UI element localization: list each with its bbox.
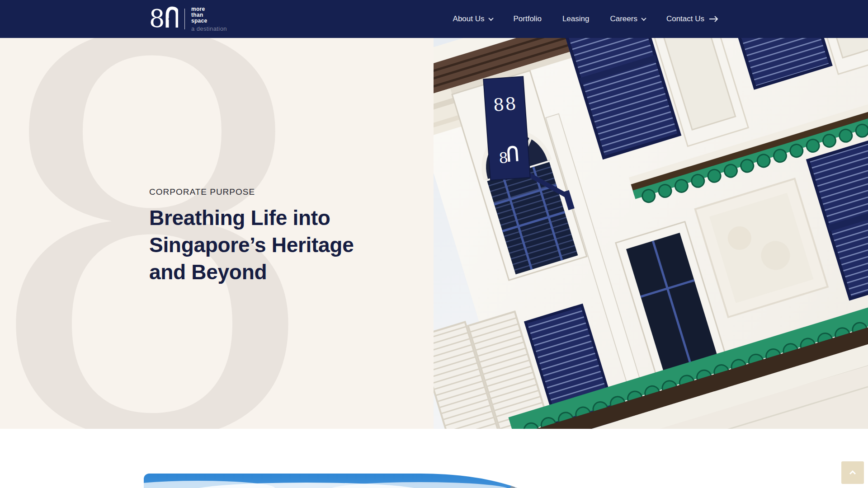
sky-photo-illustration	[144, 474, 547, 488]
building-sign-monogram: 8	[498, 149, 509, 167]
logo-subtitle: a destination	[191, 25, 227, 32]
chevron-up-icon	[849, 470, 856, 475]
logo-word: than	[191, 12, 227, 18]
nav-item-label: Contact Us	[666, 14, 704, 23]
chevron-down-icon	[641, 16, 646, 21]
hero-photo: 88 8	[434, 38, 868, 429]
chevron-down-icon	[488, 16, 493, 21]
hero-text-block: CORPORATE PURPOSE Breathing Life into Si…	[149, 187, 354, 286]
brand-88-monogram-icon: 8	[149, 6, 178, 32]
hero-left-panel: 8 CORPORATE PURPOSE Breathing Life into …	[0, 38, 434, 429]
hero-heading-line: and Beyond	[149, 258, 354, 286]
nav-item-leasing[interactable]: Leasing	[562, 14, 590, 23]
logo-wordmark: more than space a destination	[191, 6, 227, 32]
scroll-to-top-button[interactable]	[841, 461, 864, 484]
building-flag-sign: 88 8	[483, 76, 530, 180]
nav-item-label: Careers	[610, 14, 637, 23]
hero-heading-line: Breathing Life into	[149, 204, 354, 231]
nav-item-label: Portfolio	[514, 14, 542, 23]
main-nav: About Us Portfolio Leasing Careers Conta…	[453, 0, 719, 38]
navbar: 8 more than space a destination About Us…	[0, 0, 868, 38]
nav-item-portfolio[interactable]: Portfolio	[514, 14, 542, 23]
next-section-image	[144, 474, 547, 488]
nav-item-label: About Us	[453, 14, 485, 23]
next-section	[0, 429, 868, 488]
logo-word: more	[191, 6, 227, 12]
brand-logo[interactable]: 8 more than space a destination	[149, 0, 227, 38]
hero-heading: Breathing Life into Singapore’s Heritage…	[149, 204, 354, 286]
logo-word: space	[191, 18, 227, 24]
nav-item-about-us[interactable]: About Us	[453, 14, 493, 23]
shophouse-photo-illustration: 88 8	[434, 38, 868, 429]
arrow-right-icon	[709, 16, 719, 22]
svg-text:8: 8	[149, 6, 165, 32]
nav-item-label: Leasing	[562, 14, 590, 23]
hero-eyebrow: CORPORATE PURPOSE	[149, 187, 354, 197]
hero-section: 8 CORPORATE PURPOSE Breathing Life into …	[0, 38, 868, 429]
nav-item-careers[interactable]: Careers	[610, 14, 645, 23]
building-sign-number: 88	[493, 94, 518, 115]
nav-item-contact-us[interactable]: Contact Us	[666, 14, 719, 23]
logo-divider	[184, 9, 185, 29]
hero-heading-line: Singapore’s Heritage	[149, 231, 354, 258]
